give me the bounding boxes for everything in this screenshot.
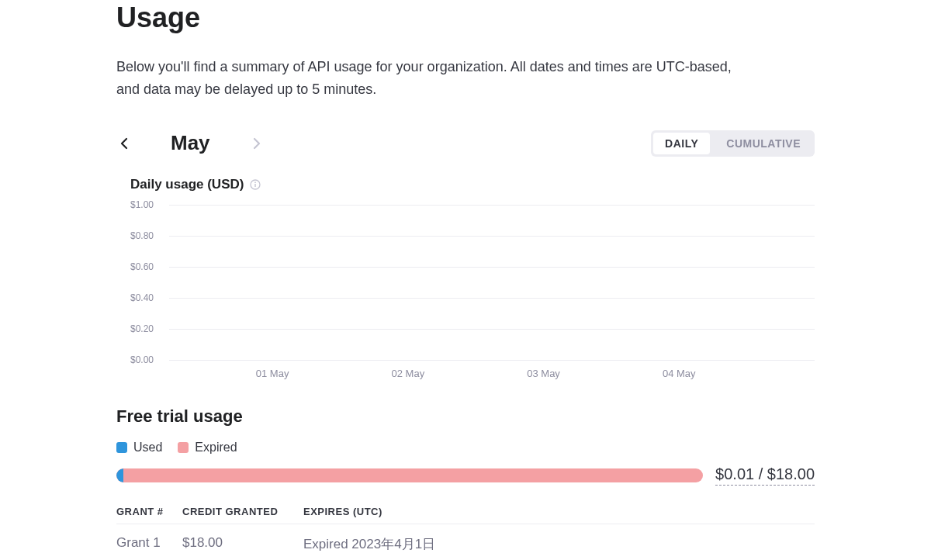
daily-usage-chart: $1.00 $0.80 $0.60 $0.40 $0.20 $0.00 01 M… bbox=[130, 205, 815, 383]
chart-y-axis: $1.00 $0.80 $0.60 $0.40 $0.20 $0.00 bbox=[130, 205, 154, 360]
svg-rect-2 bbox=[255, 184, 256, 187]
grants-header-expires: EXPIRES (UTC) bbox=[303, 506, 815, 517]
free-trial-heading: Free trial usage bbox=[116, 406, 815, 427]
table-row: Grant 1 $18.00 Expired 2023年4月1日 bbox=[116, 535, 815, 553]
legend-expired-label: Expired bbox=[195, 441, 237, 455]
usage-description: Below you'll find a summary of API usage… bbox=[116, 56, 753, 101]
usage-bar-row: $0.01 / $18.00 bbox=[116, 465, 815, 486]
expired-swatch bbox=[178, 442, 189, 453]
month-navigation: May bbox=[116, 131, 265, 155]
grants-header-credit: CREDIT GRANTED bbox=[182, 506, 303, 517]
chart-title: Daily usage (USD) bbox=[130, 177, 244, 192]
chevron-right-icon bbox=[253, 137, 261, 150]
view-daily-button[interactable]: DAILY bbox=[653, 133, 710, 154]
legend-expired: Expired bbox=[178, 441, 237, 455]
legend-used-label: Used bbox=[133, 441, 162, 455]
view-toggle: DAILY CUMULATIVE bbox=[651, 130, 815, 157]
usage-bar-used-segment bbox=[116, 468, 123, 482]
page-title: Usage bbox=[116, 2, 815, 34]
current-month-label: May bbox=[171, 131, 210, 155]
x-tick: 03 May bbox=[527, 368, 560, 379]
grants-header-grant: GRANT # bbox=[116, 506, 182, 517]
next-month-button[interactable] bbox=[249, 136, 265, 151]
legend-row: Used Expired bbox=[116, 441, 815, 455]
usage-amount: $0.01 / $18.00 bbox=[715, 465, 815, 486]
legend-used: Used bbox=[116, 441, 162, 455]
chart-plot-area bbox=[169, 205, 815, 360]
used-swatch bbox=[116, 442, 127, 453]
grant-cell-name: Grant 1 bbox=[116, 535, 182, 553]
svg-point-1 bbox=[255, 181, 257, 183]
month-navigation-row: May DAILY CUMULATIVE bbox=[116, 130, 815, 157]
grants-header-row: GRANT # CREDIT GRANTED EXPIRES (UTC) bbox=[116, 506, 815, 524]
chart-title-row: Daily usage (USD) bbox=[130, 177, 815, 192]
grant-cell-expires: Expired 2023年4月1日 bbox=[303, 535, 815, 553]
grants-table: GRANT # CREDIT GRANTED EXPIRES (UTC) Gra… bbox=[116, 506, 815, 553]
chart-x-axis: 01 May 02 May 03 May 04 May bbox=[169, 368, 815, 383]
grant-cell-credit: $18.00 bbox=[182, 535, 303, 553]
x-tick: 04 May bbox=[663, 368, 696, 379]
info-icon[interactable] bbox=[250, 179, 261, 190]
x-tick: 01 May bbox=[256, 368, 289, 379]
prev-month-button[interactable] bbox=[116, 136, 132, 151]
view-cumulative-button[interactable]: CUMULATIVE bbox=[712, 130, 815, 157]
usage-bar bbox=[116, 468, 703, 482]
chevron-left-icon bbox=[120, 137, 128, 150]
x-tick: 02 May bbox=[392, 368, 425, 379]
